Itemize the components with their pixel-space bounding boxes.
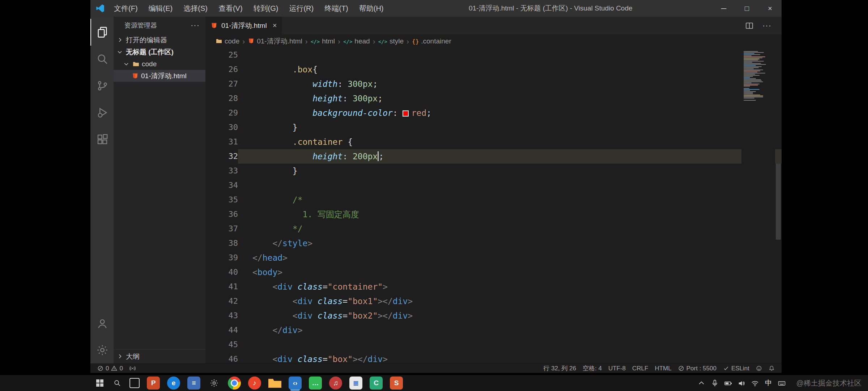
tab-01-qingfudong-html[interactable]: 01-清浮动.html × xyxy=(205,17,282,34)
account-icon[interactable] xyxy=(90,310,114,337)
split-editor-icon[interactable] xyxy=(745,21,754,30)
taskbar-app-green-c-app[interactable]: C xyxy=(370,377,383,390)
breadcrumb-item[interactable]: </>head xyxy=(343,37,370,45)
eol-sequence[interactable]: CRLF xyxy=(629,365,651,372)
explorer-icon[interactable] xyxy=(90,19,114,46)
battery-icon[interactable] xyxy=(724,379,733,387)
menu-item[interactable]: 帮助(H) xyxy=(354,0,389,17)
code-line-25[interactable]: 25 xyxy=(205,48,782,62)
css-color-swatch-red[interactable] xyxy=(403,110,409,117)
maximize-button[interactable]: □ xyxy=(735,0,758,17)
language-mode[interactable]: HTML xyxy=(651,365,675,372)
more-actions-icon[interactable]: ··· xyxy=(191,21,200,30)
code-line-42[interactable]: 42 <div class="box1"></div> xyxy=(205,294,782,308)
code-line-30[interactable]: 30 } xyxy=(205,120,782,135)
volume-icon[interactable] xyxy=(737,379,746,387)
open-editors-section[interactable]: 打开的编辑器 xyxy=(114,34,205,46)
breadcrumb-item[interactable]: </>style xyxy=(378,37,404,45)
minimap-line xyxy=(744,74,755,75)
code-line-46[interactable]: 46 <div class="box"></div> xyxy=(205,352,782,363)
eslint-status[interactable]: ESLint xyxy=(720,365,753,372)
tab-close-icon[interactable]: × xyxy=(273,21,277,30)
chevron-up-icon[interactable] xyxy=(697,379,706,387)
editor-more-actions-icon[interactable]: ··· xyxy=(762,21,771,30)
breadcrumb-item[interactable]: code xyxy=(216,37,239,45)
scrollbar-thumb[interactable] xyxy=(776,164,781,240)
line-number: 36 xyxy=(205,207,238,222)
start-button[interactable] xyxy=(91,375,109,391)
breadcrumb-item[interactable]: 01-清浮动.html xyxy=(248,37,302,46)
run-and-debug-icon[interactable] xyxy=(90,99,114,126)
keyboard-icon[interactable] xyxy=(778,379,786,387)
workspace-section[interactable]: 无标题 (工作区) xyxy=(114,46,205,58)
menu-item[interactable]: 编辑(E) xyxy=(143,0,178,17)
menu-item[interactable]: 运行(R) xyxy=(284,0,319,17)
taskbar-app-notes-app[interactable]: ≣ xyxy=(349,377,362,390)
search-icon[interactable] xyxy=(90,46,114,72)
minimap-line xyxy=(744,63,761,64)
notifications[interactable] xyxy=(765,365,778,371)
menu-item[interactable]: 文件(F) xyxy=(109,0,143,17)
minimap[interactable] xyxy=(741,48,775,363)
minimize-button[interactable]: ─ xyxy=(712,0,735,17)
live-server-port[interactable]: Port : 5500 xyxy=(675,365,720,372)
code-line-31[interactable]: 31 .container { xyxy=(205,135,782,149)
taskbar-app-chrome[interactable] xyxy=(228,377,241,390)
mic-icon[interactable] xyxy=(711,379,719,387)
ime-icon[interactable]: 中 xyxy=(764,378,773,388)
encoding[interactable]: UTF-8 xyxy=(605,365,629,372)
menu-item[interactable]: 选择(S) xyxy=(178,0,213,17)
taskbar-app-notebook[interactable]: ≡ xyxy=(187,377,200,390)
close-button[interactable]: × xyxy=(758,0,782,17)
settings-gear-icon[interactable] xyxy=(90,337,114,363)
taskbar-app-music-player[interactable]: ♪ xyxy=(248,377,261,390)
sidebar-item-file-html[interactable]: 01-清浮动.html xyxy=(114,70,205,82)
feedback[interactable] xyxy=(753,365,765,371)
cursor-position[interactable]: 行 32, 列 26 xyxy=(540,364,579,373)
taskbar-app-file-explorer[interactable] xyxy=(268,377,281,390)
code-line-43[interactable]: 43 <div class="box2"></div> xyxy=(205,308,782,323)
ports-indicator[interactable] xyxy=(126,365,139,371)
taskbar-app-edge-browser[interactable]: e xyxy=(167,377,180,390)
code-line-34[interactable]: 34 xyxy=(205,178,782,193)
outline-section[interactable]: 大纲 xyxy=(114,349,205,363)
code-line-40[interactable]: 40<body> xyxy=(205,265,782,279)
network-icon[interactable] xyxy=(751,379,760,387)
breadcrumb-item[interactable]: {}.container xyxy=(412,37,451,45)
code-line-33[interactable]: 33 } xyxy=(205,164,782,178)
breadcrumb-item[interactable]: </>html xyxy=(311,37,335,45)
menu-item[interactable]: 查看(V) xyxy=(213,0,248,17)
taskbar-app-powerpoint[interactable]: P xyxy=(147,377,160,390)
code-line-28[interactable]: 28 height: 300px; xyxy=(205,91,782,106)
code-line-29[interactable]: 29 background-color: red; xyxy=(205,106,782,120)
source-control-icon[interactable] xyxy=(90,72,114,99)
taskbar-app-settings[interactable] xyxy=(208,377,221,390)
taskbar-app-red-circle-app[interactable]: ♫ xyxy=(329,377,342,390)
code-line-36[interactable]: 36 1. 写固定高度 xyxy=(205,207,782,222)
menu-item[interactable]: 转到(G) xyxy=(248,0,284,17)
taskbar-app-vscode[interactable]: ‹› xyxy=(289,377,302,390)
code-line-35[interactable]: 35 /* xyxy=(205,193,782,207)
indentation[interactable]: 空格: 4 xyxy=(579,364,605,373)
line-number: 29 xyxy=(205,106,238,120)
extensions-icon[interactable] xyxy=(90,126,114,153)
code-line-41[interactable]: 41 <div class="container"> xyxy=(205,279,782,294)
menu-item[interactable]: 终端(T) xyxy=(319,0,354,17)
sidebar-item-folder-code[interactable]: code xyxy=(114,58,205,70)
code-line-38[interactable]: 38 </style> xyxy=(205,236,782,251)
code-line-39[interactable]: 39</head> xyxy=(205,251,782,265)
code-line-27[interactable]: 27 width: 300px; xyxy=(205,77,782,91)
taskbar-search-icon[interactable] xyxy=(109,375,126,391)
code-line-44[interactable]: 44 </div> xyxy=(205,323,782,337)
taskbar-app-orange-editor-app[interactable]: S xyxy=(390,377,403,390)
minimap-line xyxy=(744,67,759,68)
warning-count: 0 xyxy=(119,365,123,372)
problems-indicator[interactable]: 0 0 xyxy=(94,365,126,372)
code-line-26[interactable]: 26 .box{ xyxy=(205,62,782,77)
code-line-37[interactable]: 37 */ xyxy=(205,222,782,236)
code-editor[interactable]: 2526 .box{27 width: 300px;28 height: 300… xyxy=(205,48,782,363)
code-line-45[interactable]: 45 xyxy=(205,337,782,352)
taskbar-app-wechat[interactable]: … xyxy=(309,377,322,390)
code-line-32[interactable]: 32 height: 200px; xyxy=(205,149,782,164)
taskbar-app-task-view[interactable] xyxy=(129,378,140,388)
